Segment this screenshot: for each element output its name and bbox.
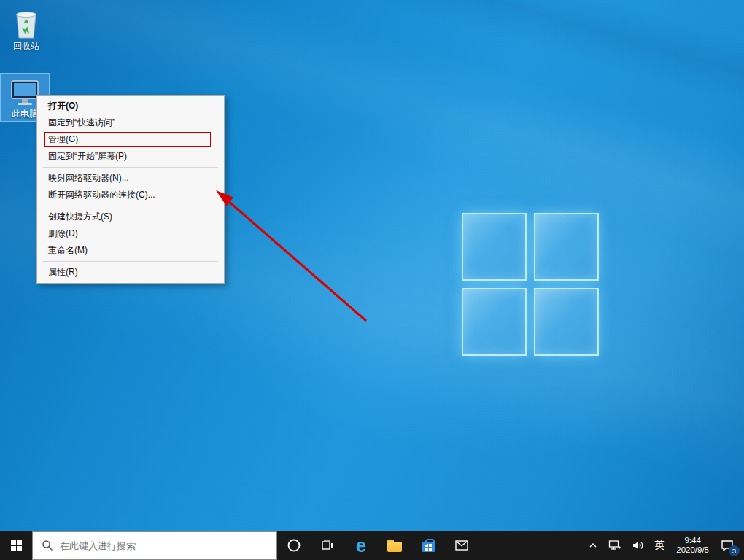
- store-icon: [422, 542, 435, 552]
- edge-icon: e: [356, 537, 366, 555]
- menu-separator: [43, 261, 218, 262]
- store-button[interactable]: [411, 531, 445, 560]
- menu-item-delete[interactable]: 删除(D): [37, 225, 224, 242]
- file-explorer-button[interactable]: [378, 531, 411, 560]
- logo-pane: [534, 288, 599, 356]
- menu-item-pin-quick-access[interactable]: 固定到“快速访问”: [37, 114, 224, 131]
- volume-icon: [632, 540, 644, 551]
- menu-item-open[interactable]: 打开(O): [37, 98, 224, 114]
- cortana-button[interactable]: [277, 531, 311, 560]
- wallpaper-windows-logo: [462, 213, 599, 356]
- desktop-icon-label: 回收站: [1, 42, 51, 51]
- chevron-up-icon: [588, 540, 598, 551]
- edge-button[interactable]: e: [344, 531, 378, 560]
- mail-icon: [455, 540, 468, 551]
- start-button[interactable]: [0, 531, 32, 560]
- task-view-icon: [321, 539, 334, 552]
- search-icon: [42, 540, 53, 551]
- mail-button[interactable]: [445, 531, 478, 560]
- taskbar: e: [0, 531, 744, 560]
- clock-date: 2020/9/5: [676, 545, 709, 555]
- cortana-icon: [287, 538, 301, 553]
- menu-item-properties[interactable]: 属性(R): [37, 264, 224, 281]
- network-icon: [608, 540, 621, 551]
- network-button[interactable]: [605, 531, 624, 560]
- context-menu: 打开(O) 固定到“快速访问” 管理(G) 固定到“开始”屏幕(P) 映射网络驱…: [36, 95, 225, 284]
- recycle-bin-icon: [1, 6, 51, 39]
- tray-overflow-button[interactable]: [585, 531, 601, 560]
- menu-item-disconnect-network-drive[interactable]: 断开网络驱动器的连接(C)...: [37, 187, 224, 203]
- logo-pane: [534, 213, 599, 281]
- file-explorer-icon: [387, 542, 402, 552]
- task-view-button[interactable]: [311, 531, 344, 560]
- menu-item-rename[interactable]: 重命名(M): [37, 242, 224, 259]
- windows-start-icon: [11, 540, 22, 551]
- clock-time: 9:44: [676, 536, 709, 545]
- search-input[interactable]: [60, 540, 242, 551]
- action-center-button[interactable]: 3: [718, 531, 741, 560]
- menu-item-create-shortcut[interactable]: 创建快捷方式(S): [37, 209, 224, 225]
- system-tray: 英 9:44 2020/9/5 3: [585, 531, 744, 560]
- taskbar-search[interactable]: [32, 531, 277, 560]
- menu-item-map-network-drive[interactable]: 映射网络驱动器(N)...: [37, 170, 224, 187]
- menu-separator: [43, 206, 218, 206]
- volume-button[interactable]: [629, 531, 647, 560]
- logo-pane: [462, 288, 527, 356]
- ime-indicator[interactable]: 英: [651, 531, 667, 560]
- notification-badge: 3: [729, 545, 740, 556]
- menu-separator: [43, 167, 218, 168]
- taskbar-clock[interactable]: 9:44 2020/9/5: [672, 536, 713, 555]
- desktop-icon-recycle-bin[interactable]: 回收站: [1, 6, 51, 51]
- logo-pane: [462, 213, 527, 281]
- menu-item-pin-start[interactable]: 固定到“开始”屏幕(P): [37, 148, 224, 165]
- menu-item-manage[interactable]: 管理(G): [37, 131, 224, 148]
